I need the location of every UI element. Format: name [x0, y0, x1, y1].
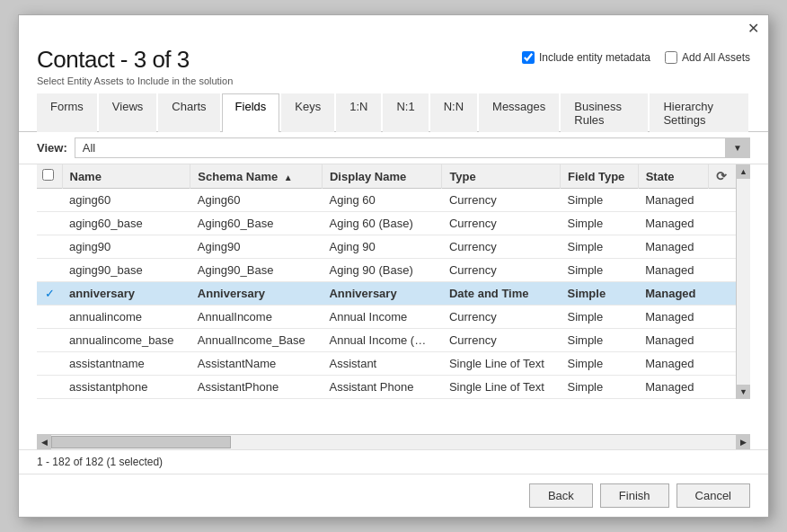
h-scroll-thumb[interactable]: [51, 436, 231, 448]
vertical-scrollbar[interactable]: ▲ ▼: [736, 164, 750, 399]
table-row[interactable]: annualincome_baseAnnualIncome_BaseAnnual…: [37, 329, 736, 352]
cell-state: Managed: [638, 282, 708, 306]
cell-display-name: Aging 90 (Base): [322, 259, 441, 282]
cell-field-type: Simple: [561, 259, 639, 282]
tab-messages[interactable]: Messages: [479, 93, 559, 132]
scrollbar-area: Name Schema Name ▲ Display Name Type Fie…: [37, 164, 750, 399]
cell-name: aging60: [62, 189, 190, 212]
refresh-icon[interactable]: ⟳: [716, 169, 727, 183]
close-button[interactable]: ✕: [745, 21, 761, 37]
page-title: Contact - 3 of 3: [37, 46, 233, 74]
cell-field-type: Simple: [561, 235, 639, 259]
back-button[interactable]: Back: [529, 483, 593, 508]
tab-1n[interactable]: 1:N: [336, 93, 381, 132]
table-row[interactable]: aging60Aging60Aging 60CurrencySimpleMana…: [37, 189, 736, 212]
row-check-cell[interactable]: [37, 352, 62, 376]
status-bar: 1 - 182 of 182 (1 selected): [19, 449, 768, 474]
row-check-cell[interactable]: [37, 329, 62, 352]
col-header-schema-name[interactable]: Schema Name ▲: [190, 164, 323, 189]
cell-name: anniversary: [62, 282, 190, 306]
cell-display-name: Aging 60 (Base): [322, 212, 441, 235]
cell-display-name: Aging 60: [322, 189, 441, 212]
cell-type: Currency: [442, 329, 561, 352]
table-header-row: Name Schema Name ▲ Display Name Type Fie…: [37, 164, 736, 189]
view-select[interactable]: All: [75, 137, 750, 158]
cell-type: Currency: [442, 235, 561, 259]
tab-n1[interactable]: N:1: [383, 93, 428, 132]
col-header-refresh[interactable]: ⟳: [708, 164, 736, 189]
table-row[interactable]: assistantphoneAssistantPhoneAssistant Ph…: [37, 376, 736, 399]
cell-state: Managed: [638, 329, 708, 352]
scroll-left-button[interactable]: ◀: [37, 435, 51, 449]
dialog: ✕ Contact - 3 of 3 Select Entity Assets …: [18, 14, 769, 518]
scroll-down-button[interactable]: ▼: [737, 385, 751, 399]
footer: Back Finish Cancel: [19, 474, 768, 517]
cell-state: Managed: [638, 376, 708, 399]
row-check-cell[interactable]: [37, 306, 62, 329]
include-metadata-label[interactable]: Include entity metadata: [522, 51, 650, 64]
cell-state: Managed: [638, 259, 708, 282]
sort-asc-icon: ▲: [284, 173, 293, 182]
cell-type: Currency: [442, 212, 561, 235]
cell-type: Single Line of Text: [442, 376, 561, 399]
select-all-checkbox[interactable]: [42, 169, 54, 181]
h-scroll-track[interactable]: [51, 435, 736, 449]
tab-hierarchy-settings[interactable]: Hierarchy Settings: [650, 93, 748, 132]
view-label: View:: [37, 141, 67, 155]
tab-keys[interactable]: Keys: [281, 93, 334, 132]
tab-charts[interactable]: Charts: [158, 93, 219, 132]
add-all-assets-text: Add All Assets: [682, 51, 750, 64]
row-check-cell[interactable]: [37, 259, 62, 282]
tab-fields[interactable]: Fields: [222, 93, 280, 132]
tab-business-rules[interactable]: Business Rules: [561, 93, 648, 132]
table-row[interactable]: annualincomeAnnualIncomeAnnual IncomeCur…: [37, 306, 736, 329]
tab-forms[interactable]: Forms: [37, 93, 97, 132]
cell-field-type: Simple: [561, 329, 639, 352]
cell-action: [708, 189, 736, 212]
col-header-name[interactable]: Name: [62, 164, 190, 189]
row-check-cell[interactable]: ✓: [37, 282, 62, 306]
tab-nn[interactable]: N:N: [430, 93, 477, 132]
table-row[interactable]: aging60_baseAging60_BaseAging 60 (Base)C…: [37, 212, 736, 235]
table-row[interactable]: aging90Aging90Aging 90CurrencySimpleMana…: [37, 235, 736, 259]
table-body: aging60Aging60Aging 60CurrencySimpleMana…: [37, 189, 736, 399]
add-all-assets-checkbox[interactable]: [665, 51, 677, 64]
row-check-cell[interactable]: [37, 212, 62, 235]
cell-display-name: Assistant: [322, 352, 441, 376]
table-row[interactable]: aging90_baseAging90_BaseAging 90 (Base)C…: [37, 259, 736, 282]
table-wrapper[interactable]: Name Schema Name ▲ Display Name Type Fie…: [37, 164, 736, 399]
cell-name: aging90_base: [62, 259, 190, 282]
cell-field-type: Simple: [561, 212, 639, 235]
row-check-cell[interactable]: [37, 235, 62, 259]
cell-type: Single Line of Text: [442, 352, 561, 376]
include-metadata-checkbox[interactable]: [522, 51, 535, 64]
col-header-display-name[interactable]: Display Name: [322, 164, 441, 189]
cell-schema-name: Anniversary: [190, 282, 323, 306]
scroll-track[interactable]: [737, 179, 750, 385]
cell-schema-name: AnnualIncome: [190, 306, 323, 329]
finish-button[interactable]: Finish: [600, 483, 669, 508]
cell-action: [708, 352, 736, 376]
horizontal-scrollbar[interactable]: ◀ ▶: [37, 434, 750, 449]
col-header-check[interactable]: [37, 164, 62, 189]
view-bar: View: All ▼: [19, 132, 768, 164]
row-check-cell[interactable]: [37, 189, 62, 212]
cell-schema-name: Aging60_Base: [190, 212, 323, 235]
add-all-assets-label[interactable]: Add All Assets: [665, 51, 750, 64]
col-header-type[interactable]: Type: [442, 164, 561, 189]
table-row[interactable]: ✓anniversaryAnniversaryAnniversaryDate a…: [37, 282, 736, 306]
scroll-right-button[interactable]: ▶: [736, 435, 750, 449]
tab-views[interactable]: Views: [99, 93, 156, 132]
cell-name: annualincome_base: [62, 329, 190, 352]
cell-name: assistantname: [62, 352, 190, 376]
col-header-state[interactable]: State: [638, 164, 708, 189]
cell-name: aging90: [62, 235, 190, 259]
cell-schema-name: AssistantPhone: [190, 376, 323, 399]
cell-schema-name: Aging90_Base: [190, 259, 323, 282]
row-check-cell[interactable]: [37, 376, 62, 399]
col-header-field-type[interactable]: Field Type: [561, 164, 639, 189]
cell-action: [708, 235, 736, 259]
cancel-button[interactable]: Cancel: [676, 483, 750, 508]
table-row[interactable]: assistantnameAssistantNameAssistantSingl…: [37, 352, 736, 376]
scroll-up-button[interactable]: ▲: [737, 164, 751, 179]
